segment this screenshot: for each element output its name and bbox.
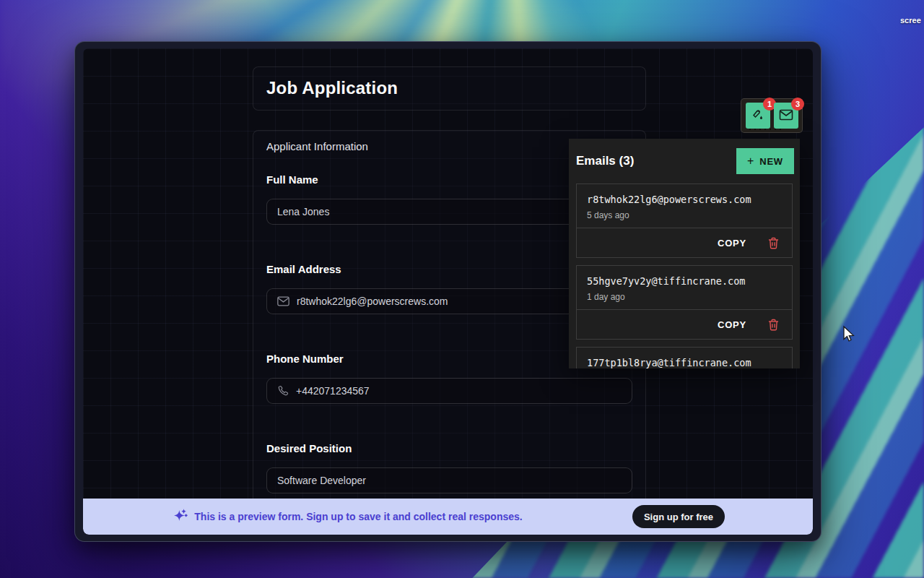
position-label: Desired Position xyxy=(266,441,632,456)
phone-input[interactable]: +442071234567 xyxy=(266,378,632,404)
trash-icon[interactable] xyxy=(768,237,779,249)
new-email-button[interactable]: + NEW xyxy=(736,148,794,174)
email-age: 1 day ago xyxy=(577,292,792,310)
copy-button[interactable]: COPY xyxy=(713,237,751,249)
sparkle-icon xyxy=(173,508,188,525)
email-item: 55hgve7yv2y@tiffincrane.com 1 day ago CO… xyxy=(576,265,793,340)
email-address: 177tp1bl8rya@tiffincrane.com xyxy=(577,348,792,368)
position-input[interactable]: Software Developer xyxy=(266,467,632,493)
plus-icon: + xyxy=(747,155,754,168)
sign-up-button[interactable]: Sign up for free xyxy=(632,505,725,528)
mouse-cursor xyxy=(840,325,858,344)
copy-button[interactable]: COPY xyxy=(713,319,751,331)
emails-panel-title: Emails (3) xyxy=(576,154,634,168)
emails-panel: Emails (3) + NEW r8twhok22lg6@powerscrew… xyxy=(569,139,800,368)
page-title: Job Application xyxy=(253,67,645,109)
emails-toggle-button[interactable]: 3 xyxy=(774,103,798,129)
preview-banner-text: This is a preview form. Sign up to save … xyxy=(194,511,522,522)
emails-panel-header: Emails (3) + NEW xyxy=(569,139,800,184)
email-address: r8twhok22lg6@powerscrews.com xyxy=(577,184,792,210)
screen-recording-label: scree xyxy=(900,16,921,25)
extension-widget[interactable]: 1 3 xyxy=(741,98,803,133)
emails-badge: 3 xyxy=(791,98,804,111)
email-address: 55hgve7yv2y@tiffincrane.com xyxy=(577,266,792,292)
widget-drag-dots xyxy=(749,129,781,130)
form-title-card[interactable]: Job Application xyxy=(253,66,646,111)
envelope-icon xyxy=(277,296,289,306)
desktop: scree Job Application Applicant Informat… xyxy=(0,0,924,578)
ink-drop-icon xyxy=(751,108,765,124)
field-position: Desired Position Software Developer xyxy=(266,441,632,493)
email-actions: COPY xyxy=(577,310,792,339)
email-actions: COPY xyxy=(577,228,792,257)
envelope-icon xyxy=(779,109,793,123)
fill-ink-button[interactable]: 1 xyxy=(746,103,770,129)
email-age: 5 days ago xyxy=(577,210,792,228)
phone-icon xyxy=(277,385,289,397)
preview-banner-message-group: This is a preview form. Sign up to save … xyxy=(173,499,522,535)
email-item: r8twhok22lg6@powerscrews.com 5 days ago … xyxy=(576,184,793,258)
preview-banner: This is a preview form. Sign up to save … xyxy=(83,499,813,535)
email-item: 177tp1bl8rya@tiffincrane.com xyxy=(576,347,793,368)
trash-icon[interactable] xyxy=(768,319,779,331)
